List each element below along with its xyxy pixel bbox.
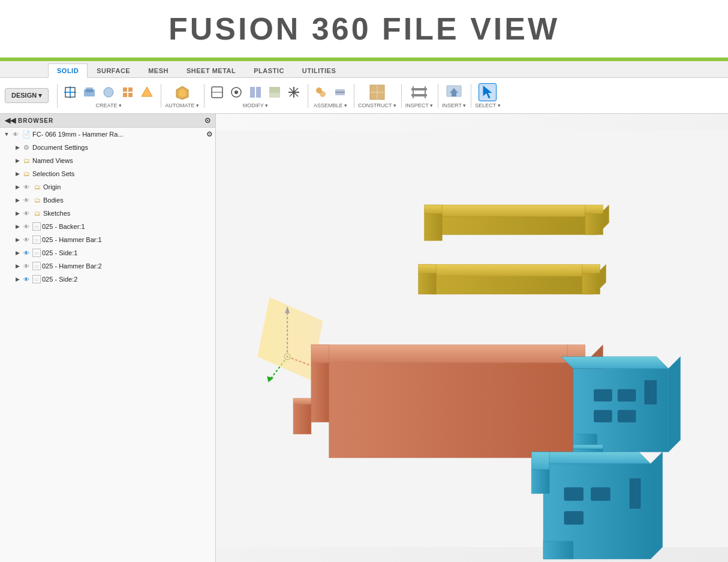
- tree-item-named-views[interactable]: ▶ 🗂 Named Views: [0, 154, 215, 167]
- toolbar-separator-8: [471, 84, 471, 108]
- inspect-icon-1[interactable]: [410, 83, 428, 101]
- svg-marker-61: [582, 264, 600, 273]
- collapse-icon[interactable]: ◀◀: [5, 116, 16, 125]
- browser-header-left: ◀◀ BROWSER: [5, 116, 53, 125]
- svg-rect-18: [269, 93, 280, 98]
- svg-marker-36: [483, 85, 492, 98]
- expand-root[interactable]: ▼: [2, 130, 11, 138]
- insert-icon-1[interactable]: [445, 83, 463, 101]
- toolbar-separator-7: [438, 84, 438, 108]
- expand-side2[interactable]: ▶: [13, 275, 22, 283]
- tab-utilities[interactable]: UTILITIES: [293, 64, 345, 77]
- create-icon-2[interactable]: [80, 83, 98, 101]
- browser-options-icon[interactable]: ⊙: [204, 116, 210, 125]
- eye-icon-sketches[interactable]: 👁: [22, 209, 31, 218]
- automate-icon-1[interactable]: [173, 83, 191, 101]
- toolbar-separator-2: [161, 84, 161, 108]
- toolbar-group-insert: INSERT ▾: [442, 83, 466, 108]
- tab-plastic[interactable]: PLASTIC: [245, 64, 293, 77]
- modify-icon-5[interactable]: [285, 83, 303, 101]
- svg-rect-8: [123, 93, 127, 97]
- tree-item-origin[interactable]: ▶ 👁 🗂 Origin: [0, 180, 215, 194]
- tree-item-hammerbar2[interactable]: ▶ 👁 ▭ 025 - Hammer Bar:2: [0, 259, 215, 273]
- modify-label: MODIFY ▾: [243, 102, 268, 108]
- expand-hammerbar1[interactable]: ▶: [13, 235, 22, 244]
- tree-item-root[interactable]: ▼ 👁 📄 FC- 066 19mm - Hammer Ra... ⚙: [0, 128, 215, 141]
- expand-side1[interactable]: ▶: [13, 249, 22, 257]
- tree-item-backer1[interactable]: ▶ 👁 ▭ 025 - Backer:1: [0, 220, 215, 233]
- expand-named-views[interactable]: ▶: [13, 156, 22, 165]
- folder-icon-named-views: 🗂: [22, 156, 31, 165]
- assemble-icon-1[interactable]: [312, 83, 330, 101]
- eye-icon-root[interactable]: 👁: [11, 129, 20, 139]
- tree-item-sketches[interactable]: ▶ 👁 🗂 Sketches: [0, 207, 215, 220]
- tree-item-side1[interactable]: ▶ 👁 ▭ 025 - Side:1: [0, 246, 215, 259]
- design-button[interactable]: DESIGN ▾: [5, 88, 49, 103]
- tree-item-hammerbar1[interactable]: ▶ 👁 ▭ 025 - Hammer Bar:1: [0, 233, 215, 246]
- svg-marker-63: [311, 345, 585, 362]
- tree-item-bodies[interactable]: ▶ 👁 🗂 Bodies: [0, 194, 215, 207]
- tree-item-side2[interactable]: ▶ 👁 ▭ 025 - Side:2: [0, 273, 215, 286]
- eye-icon-side2[interactable]: 👁: [22, 274, 31, 284]
- create-icon-3[interactable]: [100, 83, 118, 101]
- tree-item-doc-settings[interactable]: ▶ ⚙ Document Settings: [0, 141, 215, 154]
- select-icon-1[interactable]: [479, 83, 497, 101]
- assemble-icon-2[interactable]: [331, 83, 349, 101]
- modify-icon-2[interactable]: [227, 83, 245, 101]
- create-icon-1[interactable]: [61, 83, 79, 101]
- svg-marker-10: [142, 87, 152, 96]
- eye-icon-hammerbar2[interactable]: 👁: [22, 261, 31, 271]
- expand-hammerbar2[interactable]: ▶: [13, 262, 22, 270]
- svg-marker-67: [311, 362, 329, 422]
- svg-rect-86: [591, 488, 610, 501]
- 3d-view-area[interactable]: [216, 114, 728, 562]
- expand-backer1[interactable]: ▶: [13, 222, 22, 231]
- expand-selection-sets[interactable]: ▶: [13, 170, 22, 178]
- expand-doc-settings[interactable]: ▶: [13, 143, 22, 152]
- modify-icon-1[interactable]: [208, 83, 226, 101]
- svg-marker-84: [651, 452, 663, 559]
- folder-icon-bodies: 🗂: [32, 195, 42, 205]
- toolbar-group-assemble: ASSEMBLE ▾: [312, 83, 349, 108]
- eye-icon-origin[interactable]: 👁: [22, 182, 31, 192]
- svg-point-5: [104, 87, 113, 97]
- svg-marker-57: [430, 276, 594, 294]
- tab-surface[interactable]: SURFACE: [88, 64, 139, 77]
- inspect-icons: [410, 83, 428, 101]
- settings-icon-root[interactable]: ⚙: [206, 130, 213, 138]
- tab-solid[interactable]: SOLID: [48, 64, 88, 78]
- svg-marker-73: [669, 356, 681, 452]
- svg-marker-49: [436, 217, 597, 235]
- tree-label-bodies: Bodies: [43, 197, 64, 204]
- create-icon-4[interactable]: [119, 83, 137, 101]
- toolbar-group-select: SELECT ▾: [475, 83, 500, 108]
- tree-label-side1: 025 - Side:1: [42, 249, 77, 256]
- create-icon-5[interactable]: [138, 83, 156, 101]
- expand-origin[interactable]: ▶: [13, 183, 22, 191]
- construct-icon-1[interactable]: [368, 83, 386, 101]
- toolbar-group-create: CREATE ▾: [61, 83, 156, 108]
- tree-label-hammerbar2: 025 - Hammer Bar:2: [42, 262, 102, 270]
- expand-sketches[interactable]: ▶: [13, 209, 22, 217]
- eye-icon-side1[interactable]: 👁: [22, 248, 31, 258]
- eye-icon-backer1[interactable]: 👁: [22, 222, 31, 231]
- tab-mesh[interactable]: MESH: [139, 64, 178, 77]
- svg-rect-78: [618, 410, 636, 422]
- modify-icons: [208, 83, 303, 101]
- modify-icon-4[interactable]: [266, 83, 284, 101]
- eye-icon-bodies[interactable]: 👁: [22, 195, 31, 205]
- construct-icons: [368, 83, 386, 101]
- tree-label-sketches: Sketches: [43, 210, 70, 217]
- browser-label: BROWSER: [18, 117, 53, 124]
- svg-point-14: [234, 90, 238, 94]
- tab-sheet-metal[interactable]: SHEET METAL: [178, 64, 245, 77]
- toolbar-separator-4: [308, 84, 308, 108]
- eye-icon-hammerbar1[interactable]: 👁: [22, 235, 31, 244]
- body-icon-side1: ▭: [32, 249, 41, 257]
- svg-rect-85: [564, 488, 583, 501]
- expand-bodies[interactable]: ▶: [13, 196, 22, 204]
- tree-item-selection-sets[interactable]: ▶ 🗂 Selection Sets: [0, 167, 215, 180]
- modify-icon-3[interactable]: [246, 83, 264, 101]
- body-icon-hammerbar1: ▭: [32, 235, 41, 244]
- insert-label: INSERT ▾: [442, 102, 466, 108]
